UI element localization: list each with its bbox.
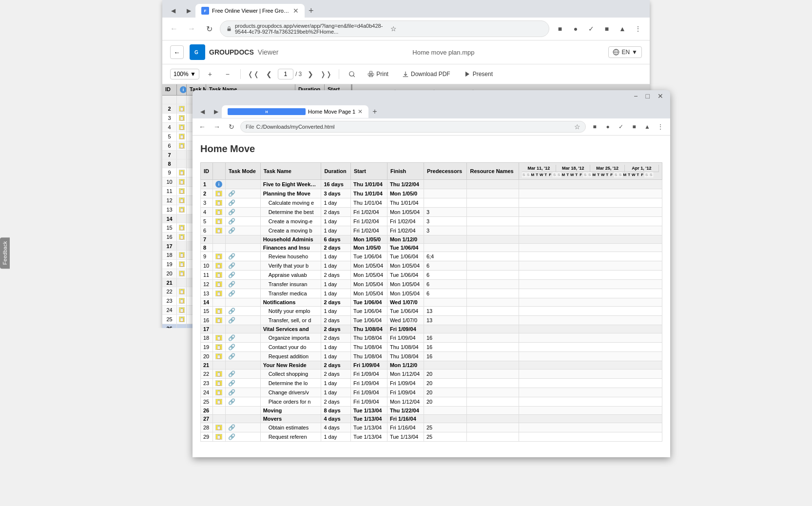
cell-id: 8 <box>201 244 213 252</box>
note-icon: 📋 <box>179 316 185 322</box>
cell-gantt <box>519 252 662 261</box>
new-tab-button[interactable]: + <box>305 4 318 18</box>
first-page-button[interactable]: ❬❬ <box>247 67 260 81</box>
cell-id: 21 <box>162 278 177 287</box>
cell-res <box>467 235 519 244</box>
cell-info: 📋 <box>213 208 225 217</box>
cell-pred: 13 <box>424 316 467 325</box>
logo-svg: G <box>193 47 202 57</box>
play-icon <box>464 71 471 78</box>
second-ext-btn-5[interactable]: ▲ <box>641 121 653 133</box>
present-button[interactable]: Present <box>459 69 498 79</box>
second-nav-refresh-button[interactable]: ↻ <box>226 121 237 133</box>
extension-btn-4[interactable]: ■ <box>600 22 614 36</box>
download-pdf-button[interactable]: Download PDF <box>397 69 455 79</box>
window-maximize-button[interactable]: □ <box>644 92 652 100</box>
cell-gantt <box>519 244 662 252</box>
note-icon: 📋 <box>179 124 185 130</box>
link-icon: 🔗 <box>228 317 235 324</box>
nav-back-button[interactable]: ← <box>167 22 181 36</box>
file-prefix: File <box>246 124 254 130</box>
star-icon[interactable]: ☆ <box>390 25 543 33</box>
second-ext-btn-3[interactable]: ✓ <box>615 121 627 133</box>
nav-refresh-button[interactable]: ↻ <box>202 22 216 36</box>
gantt-day: F <box>579 172 583 177</box>
cell-id: 13 <box>201 289 213 298</box>
link-icon: 🔗 <box>228 253 235 260</box>
cell-info: 📋 <box>177 205 187 214</box>
window-close-button[interactable]: ✕ <box>656 92 665 100</box>
second-ext-btn-2[interactable]: ● <box>602 121 614 133</box>
cell-id: 25 <box>162 315 177 324</box>
link-icon: 🔗 <box>228 227 235 234</box>
gantt-day: S <box>557 172 561 177</box>
zoom-out-button[interactable]: − <box>221 67 234 81</box>
cell-id: 15 <box>162 223 177 232</box>
cell-finish: Mon 1/05/04 <box>387 280 424 289</box>
window-title-bar: − □ ✕ <box>193 90 670 102</box>
page-number-input[interactable] <box>278 69 293 79</box>
second-tab-close[interactable]: ✕ <box>358 108 363 115</box>
extension-btn-5[interactable]: ▲ <box>616 22 629 36</box>
second-ext-btn-4[interactable]: ■ <box>628 121 640 133</box>
second-nav-forward-btn-outer[interactable]: ▶ <box>210 106 222 117</box>
second-browser-tab[interactable]: H Home Move Page 1 ✕ <box>222 105 368 118</box>
second-more-options-button[interactable]: ⋮ <box>655 121 666 133</box>
cell-info: 📋 <box>177 315 187 324</box>
second-new-tab-button[interactable]: + <box>368 105 381 118</box>
zoom-in-button[interactable]: + <box>203 67 217 81</box>
cell-id: 7 <box>162 151 177 159</box>
content-table-row: 6 📋 🔗 Create a moving b 1 day Fri 1/02/0… <box>201 226 662 235</box>
language-selector[interactable]: EN ▼ <box>608 46 642 58</box>
second-nav-forward-button[interactable]: → <box>211 121 223 133</box>
note-icon: 📋 <box>179 298 185 304</box>
th-gantt: Mar 11, '12 Mar 18, '12 Mar 25, '12 Apr … <box>519 163 662 180</box>
cell-name: Verify that your b <box>260 261 321 271</box>
note-icon: 📋 <box>179 115 185 121</box>
cell-info: 📋 <box>213 252 225 261</box>
svg-rect-8 <box>369 75 373 77</box>
svg-rect-10 <box>368 73 374 76</box>
next-page-button[interactable]: ❯ <box>304 67 317 81</box>
cell-info: 📋 <box>177 296 187 305</box>
viewer-back-button[interactable]: ← <box>170 45 184 59</box>
browser-nav-back-btn[interactable]: ◀ <box>166 4 180 18</box>
address-bar[interactable]: products.groupdocs.app/viewer/app/?lang=… <box>220 20 549 37</box>
second-nav-back-button[interactable]: ← <box>196 121 208 133</box>
cell-res <box>467 180 519 189</box>
cell-pred: 6 <box>424 271 467 280</box>
prev-page-button[interactable]: ❮ <box>262 67 276 81</box>
feedback-tab[interactable]: Feedback <box>0 237 10 269</box>
last-page-button[interactable]: ❭❭ <box>319 67 333 81</box>
tab-close-1[interactable]: ✕ <box>293 7 299 14</box>
extension-btn-2[interactable]: ● <box>569 22 582 36</box>
cell-name: Calculate moving e <box>260 198 321 208</box>
extension-btn-1[interactable]: ■ <box>553 22 567 36</box>
search-button[interactable] <box>345 67 359 81</box>
cell-name: Review househo <box>260 252 321 261</box>
cell-info <box>177 324 187 328</box>
second-address-bar[interactable]: File C:/Downloads/myConverted.html ☆ <box>240 121 586 133</box>
cell-pred: 6 <box>424 280 467 289</box>
cell-gantt <box>519 180 662 189</box>
feedback-label[interactable]: Feedback <box>0 237 10 269</box>
gantt-day: F <box>610 172 614 177</box>
cell-id: 5 <box>162 132 177 141</box>
content-table-row: 10 📋 🔗 Verify that your b 1 day Mon 1/05… <box>201 261 662 271</box>
second-ext-btn-1[interactable]: ■ <box>589 121 600 133</box>
col-header-id: ID <box>162 84 177 95</box>
nav-forward-button[interactable]: → <box>185 22 198 36</box>
print-button[interactable]: Print <box>363 69 393 79</box>
gantt-day: M <box>592 172 597 177</box>
browser-tab-1[interactable]: F Free Online Viewer | Free Grou... ✕ <box>195 4 305 18</box>
window-minimize-button[interactable]: − <box>632 92 639 100</box>
zoom-selector[interactable]: 100% ▼ <box>170 69 199 79</box>
extension-btn-3[interactable]: ✓ <box>584 22 598 36</box>
content-table-row: 8 Finances and Insu 2 days Mon 1/05/0 Tu… <box>201 244 662 252</box>
more-options-button[interactable]: ⋮ <box>631 22 645 36</box>
link-icon: 🔗 <box>228 290 235 297</box>
browser-nav-forward-btn[interactable]: ▶ <box>182 4 195 18</box>
second-star-icon[interactable]: ☆ <box>574 123 580 131</box>
note-icon: 📋 <box>179 197 185 203</box>
second-nav-back-btn-outer[interactable]: ◀ <box>196 106 208 117</box>
